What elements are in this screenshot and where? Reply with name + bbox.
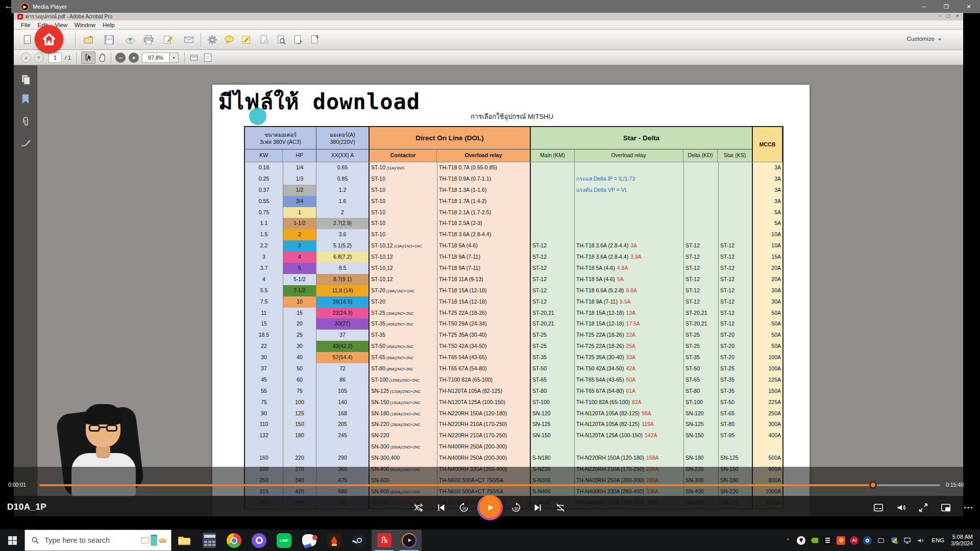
edit-page-button[interactable] [308, 33, 322, 46]
tray-recorder-icon[interactable] [837, 536, 845, 545]
search-input[interactable]: Type here to search [24, 530, 172, 551]
bookmarks-icon[interactable] [19, 93, 32, 105]
scrolling-mode-button[interactable] [189, 52, 199, 64]
search-pages-button[interactable] [275, 33, 288, 46]
tray-network-icon[interactable] [903, 536, 912, 545]
save-button[interactable] [103, 33, 116, 46]
repeat-off-button[interactable] [554, 501, 567, 514]
tray-location-icon[interactable] [797, 536, 805, 545]
home-button[interactable] [35, 25, 63, 54]
print-button[interactable] [142, 33, 155, 46]
taskbar-calls-app[interactable] [322, 530, 347, 551]
table-cell: ST-20 [719, 352, 753, 363]
taskbar-calculator[interactable] [197, 530, 222, 551]
table-cell: 10 [283, 296, 316, 308]
captions-button[interactable] [872, 501, 885, 514]
taskbar-steam[interactable] [347, 530, 372, 551]
previous-track-button[interactable] [434, 501, 448, 514]
skip-forward-30-button[interactable]: 30 [509, 501, 523, 514]
taskbar-capture-app[interactable] [297, 530, 322, 551]
attachments-icon[interactable] [19, 116, 32, 128]
comment-bubble-button[interactable] [223, 33, 236, 46]
shuffle-button[interactable] [412, 501, 425, 514]
zoom-out-button[interactable]: − [115, 52, 126, 64]
create-pdf-button[interactable] [21, 33, 34, 46]
more-options-button[interactable] [962, 501, 975, 514]
taskbar-chrome[interactable] [222, 530, 247, 551]
table-cell: 400A [753, 430, 782, 441]
table-cell: TH-T65 67A (54-80)61A [575, 386, 684, 397]
table-cell: ST-10 [370, 229, 437, 240]
hidden-icons-chevron[interactable]: ^ [783, 536, 792, 545]
language-indicator[interactable]: ENG [932, 537, 944, 543]
gear-icon[interactable] [206, 33, 219, 46]
next-page-button[interactable]: ▼ [34, 52, 44, 64]
acrobat-restore-button[interactable]: ▢ [946, 13, 950, 18]
taskbar-file-explorer[interactable] [172, 530, 197, 551]
clock[interactable]: 5:08 AM3/9/2024 [951, 534, 973, 547]
taskbar-recorder-app-active[interactable] [372, 530, 397, 551]
customize-button[interactable]: Customize▼ [907, 36, 942, 42]
menu-window[interactable]: Window [75, 22, 95, 28]
hand-tool-button[interactable] [97, 52, 108, 64]
fullscreen-button[interactable] [917, 501, 930, 514]
table-row: 5.57-1/211.8 (14)ST-20(18A)/1NO+1NCTH-T1… [245, 285, 782, 296]
tray-steam-icon[interactable] [863, 536, 872, 545]
export-page-button[interactable] [291, 33, 305, 46]
tray-nvidia-icon[interactable] [810, 536, 819, 545]
sign-document-button[interactable] [161, 33, 175, 46]
start-button[interactable] [0, 530, 24, 551]
delete-pages-button[interactable] [258, 33, 271, 46]
play-button[interactable] [477, 495, 503, 520]
table-cell: 100A [753, 363, 782, 374]
skip-back-10-button[interactable]: 10 [457, 501, 471, 514]
menu-file[interactable]: File [21, 22, 31, 28]
next-track-button[interactable] [531, 501, 545, 514]
close-button[interactable]: ✕ [958, 4, 980, 10]
table-cell: 30 [245, 352, 283, 363]
zoom-in-button[interactable]: + [129, 52, 139, 64]
selection-table: ขนาดมอเตอร์3เฟส 380V (AC3)KWHPมอเตอร์(A)… [244, 126, 783, 509]
zoom-level-select[interactable]: 97.8%▼ [142, 52, 179, 64]
taskbar-media-player-active[interactable] [397, 530, 422, 551]
page-thumbnails-icon[interactable] [19, 73, 32, 86]
highlight-note-button[interactable] [239, 33, 253, 46]
acrobat-close-button[interactable]: ✕ [955, 13, 959, 18]
table-cell: ST-12 [684, 240, 719, 252]
menu-help[interactable]: Help [103, 22, 115, 28]
tray-xppen-icon[interactable] [823, 536, 832, 545]
table-cell: กระแส Delta IP = IL/1.73 [575, 173, 684, 185]
table-cell [575, 441, 684, 453]
table-row: 1.523.6ST-10TH-T18 3.6A (2.8-4.4)10A [245, 229, 782, 240]
signatures-icon[interactable] [19, 137, 32, 149]
cloud-upload-button[interactable] [124, 33, 137, 46]
restore-button[interactable]: ❐ [935, 4, 958, 10]
mini-player-button[interactable] [939, 501, 952, 514]
tray-volume-icon[interactable] [916, 536, 925, 545]
table-cell: ST-95 [719, 430, 753, 441]
table-row: 304057(54.4)ST-65(65A)2NO+2NCTH-T65 54A … [245, 352, 782, 363]
table-cell: SN-150 [684, 430, 719, 441]
acrobat-minimize-button[interactable]: – [939, 13, 941, 18]
search-placeholder: Type here to search [44, 536, 141, 544]
search-icon [31, 536, 39, 544]
header-cell: Main (KM) [531, 149, 575, 162]
fit-page-button[interactable] [203, 52, 213, 64]
volume-button[interactable] [895, 501, 908, 514]
acrobat-sidebar [14, 65, 37, 516]
table-cell: ST-12 [719, 263, 753, 274]
seek-bar[interactable] [39, 484, 940, 486]
open-file-button[interactable] [82, 33, 95, 46]
email-button[interactable] [182, 33, 195, 46]
tray-alert-icon[interactable]: A! [850, 536, 859, 545]
tray-display-sync-icon[interactable] [876, 536, 885, 545]
tray-security-shield-icon[interactable] [890, 536, 898, 545]
select-tool-button[interactable] [81, 52, 95, 64]
svg-text:10: 10 [462, 506, 466, 511]
minimize-button[interactable]: ─ [913, 4, 935, 10]
previous-page-button[interactable]: ▲ [21, 52, 31, 64]
chevron-down-icon[interactable]: ▼ [169, 53, 179, 63]
taskbar-purple-app[interactable] [247, 530, 272, 551]
table-cell: TH-T25 22A (18-26)25A [575, 341, 684, 352]
taskbar-line-app[interactable]: LINE [272, 530, 297, 551]
